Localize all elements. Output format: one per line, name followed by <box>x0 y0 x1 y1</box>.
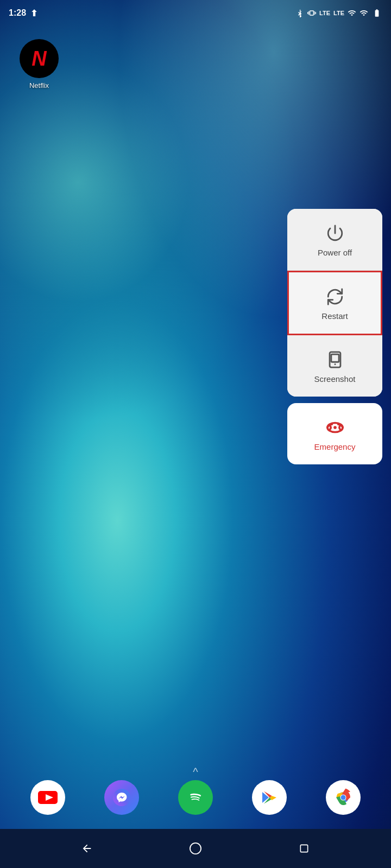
playstore-logo-icon <box>259 787 280 808</box>
svg-rect-2 <box>331 354 338 362</box>
restart-button[interactable]: Restart <box>287 271 382 335</box>
lte-label-2: LTE <box>333 10 344 16</box>
power-off-button[interactable]: Power off <box>287 209 382 271</box>
dock <box>0 770 391 825</box>
status-time: 1:28 <box>9 8 26 18</box>
netflix-n-letter: N <box>31 47 46 71</box>
svg-point-4 <box>333 426 337 429</box>
home-icon <box>190 843 201 854</box>
netflix-label: Netflix <box>29 81 49 90</box>
status-left: 1:28 ⬆ <box>9 8 37 18</box>
screenshot-icon <box>326 350 344 369</box>
power-menu: Power off Restart Screenshot <box>287 209 382 464</box>
nav-bar <box>0 829 391 868</box>
svg-point-13 <box>341 795 346 800</box>
svg-rect-15 <box>300 845 307 852</box>
signal-icon-1 <box>348 9 356 17</box>
recents-button[interactable] <box>293 838 315 859</box>
screenshot-label: Screenshot <box>314 374 356 384</box>
power-off-icon <box>326 224 344 242</box>
chrome-logo-icon <box>333 787 354 808</box>
netflix-app-icon[interactable]: N Netflix <box>20 39 59 90</box>
netflix-icon-circle: N <box>20 39 59 78</box>
status-bar: 1:28 ⬆ LTE LTE <box>0 0 391 26</box>
bluetooth-icon <box>295 9 304 17</box>
messenger-bolt-icon <box>113 789 130 806</box>
youtube-play-icon <box>38 791 58 804</box>
playstore-dock-icon[interactable] <box>252 780 287 815</box>
power-menu-main-panel: Power off Restart Screenshot <box>287 209 382 397</box>
svg-point-7 <box>113 789 130 806</box>
svg-point-14 <box>190 843 201 854</box>
screenshot-button[interactable]: Screenshot <box>287 335 382 397</box>
signal-icon-2 <box>360 9 368 17</box>
back-icon <box>81 843 93 854</box>
emergency-button[interactable]: Emergency <box>287 403 382 464</box>
svg-point-9 <box>259 787 280 808</box>
spotify-dock-icon[interactable] <box>178 780 213 815</box>
chrome-dock-icon[interactable] <box>326 780 361 815</box>
spotify-logo-icon <box>186 788 205 807</box>
back-button[interactable] <box>76 838 98 859</box>
restart-label: Restart <box>321 311 348 321</box>
emergency-icon <box>326 418 344 437</box>
youtube-dock-icon[interactable] <box>30 780 65 815</box>
battery-icon <box>371 9 382 17</box>
power-off-label: Power off <box>318 248 352 257</box>
vibrate-icon <box>307 9 316 17</box>
svg-point-8 <box>186 788 205 807</box>
emergency-label: Emergency <box>314 442 356 451</box>
recents-icon <box>299 843 310 854</box>
lte-label-1: LTE <box>319 10 330 16</box>
restart-icon <box>326 288 344 306</box>
messenger-dock-icon[interactable] <box>104 780 139 815</box>
status-right: LTE LTE <box>295 9 382 17</box>
upload-icon: ⬆ <box>30 8 37 18</box>
home-button[interactable] <box>185 838 206 859</box>
